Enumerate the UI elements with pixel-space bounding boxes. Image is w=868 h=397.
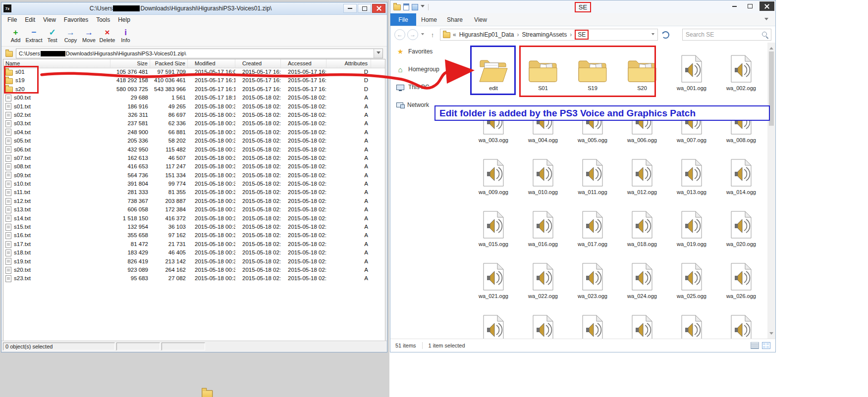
column-header-created[interactable]: Created — [235, 59, 281, 68]
file-item-wa_003[interactable]: wa_003.ogg — [469, 99, 518, 151]
qat-new-folder-icon[interactable] — [412, 4, 418, 10]
qat-customize-chevron-icon[interactable] — [421, 5, 425, 9]
file-item-wa_018[interactable]: wa_018.ogg — [617, 203, 667, 255]
table-row[interactable]: s10.txt391 80499 7742015-05-18 00:322015… — [3, 180, 385, 188]
tab-view[interactable]: View — [468, 13, 493, 26]
scrollbar-thumb[interactable] — [769, 51, 774, 126]
file-item-wa_017[interactable]: wa_017.ogg — [568, 203, 617, 255]
up-button[interactable] — [427, 29, 438, 40]
table-row[interactable]: s01.txt186 91649 2652015-05-18 00:322015… — [3, 102, 385, 111]
breadcrumb-item-se[interactable]: SE — [575, 30, 589, 40]
table-row[interactable]: s17.txt81 47221 7312015-05-18 00:322015-… — [3, 240, 385, 248]
table-row[interactable]: s16.txt355 65897 1622015-05-18 00:322015… — [3, 231, 385, 240]
table-row[interactable]: s20580 093 725543 383 9662015-05-17 16:1… — [3, 85, 385, 94]
recent-locations-chevron-icon[interactable] — [421, 33, 424, 36]
tab-share[interactable]: Share — [442, 13, 468, 26]
file-item-partial[interactable] — [716, 307, 766, 339]
file-item-wa_026[interactable]: wa_026.ogg — [716, 255, 766, 307]
view-details-icon[interactable] — [751, 342, 759, 349]
table-row[interactable]: s20.txt923 089264 1622015-05-18 00:32201… — [3, 266, 385, 274]
table-row[interactable]: s14.txt1 518 150416 3722015-05-18 00:322… — [3, 214, 385, 223]
table-row[interactable]: s13.txt606 058172 3842015-05-18 00:32201… — [3, 205, 385, 214]
file-item-partial[interactable] — [667, 307, 716, 339]
file-item-wa_009[interactable]: wa_009.ogg — [469, 151, 518, 203]
table-row[interactable]: s08.txt416 653117 2472015-05-18 00:32201… — [3, 162, 385, 171]
close-button[interactable] — [760, 1, 774, 11]
close-button[interactable] — [372, 4, 385, 13]
explorer-titlebar[interactable]: SE — [390, 0, 775, 13]
forward-button[interactable] — [407, 29, 418, 40]
table-row[interactable]: s19418 292 158410 036 4612015-05-17 16:1… — [3, 76, 385, 85]
7zip-titlebar[interactable]: 7z C:\UsersDownloads\Higurashi\Higurashi… — [1, 2, 387, 15]
scroll-down-icon[interactable] — [769, 332, 773, 337]
menu-item-help[interactable]: Help — [114, 15, 134, 24]
menu-item-view[interactable]: View — [39, 15, 60, 24]
file-item-wa_002[interactable]: wa_002.ogg — [716, 48, 766, 99]
table-row[interactable]: s03.txt237 58162 3362015-05-18 00:322015… — [3, 119, 385, 128]
table-row[interactable]: s04.txt248 90066 8812015-05-18 00:322015… — [3, 128, 385, 137]
table-row[interactable]: s12.txt738 367203 8872015-05-18 00:32201… — [3, 197, 385, 205]
file-item-wa_020[interactable]: wa_020.ogg — [716, 203, 766, 255]
tab-home[interactable]: Home — [416, 13, 442, 26]
file-item-wa_023[interactable]: wa_023.ogg — [568, 255, 617, 307]
file-item-wa_011[interactable]: wa_011.ogg — [568, 151, 617, 203]
column-header-name[interactable]: Name — [3, 59, 110, 68]
table-row[interactable]: s06.txt432 950115 4822015-05-18 00:32201… — [3, 146, 385, 154]
file-item-wa_006[interactable]: wa_006.ogg — [617, 99, 667, 151]
qat-properties-icon[interactable] — [403, 3, 409, 10]
file-item-wa_007[interactable]: wa_007.ogg — [667, 99, 716, 151]
menu-item-tools[interactable]: Tools — [92, 15, 114, 24]
file-item-wa_015[interactable]: wa_015.ogg — [469, 203, 518, 255]
file-item-wa_024[interactable]: wa_024.ogg — [617, 255, 667, 307]
file-item-wa_010[interactable]: wa_010.ogg — [518, 151, 568, 203]
address-bar[interactable]: «HigurashiEp01_Data›StreamingAssets›SE — [440, 29, 658, 41]
table-row[interactable]: s18.txt183 42946 4052015-05-18 00:322015… — [3, 248, 385, 257]
toolbar-add-button[interactable]: +Add — [6, 25, 25, 46]
file-item-partial[interactable] — [518, 307, 568, 339]
refresh-button[interactable] — [660, 29, 671, 41]
breadcrumb-item-higurashiep01_data[interactable]: HigurashiEp01_Data — [459, 31, 514, 38]
file-item-wa_021[interactable]: wa_021.ogg — [469, 255, 518, 307]
file-item-wa_008[interactable]: wa_008.ogg — [716, 99, 766, 151]
minimize-button[interactable] — [343, 4, 357, 13]
table-row[interactable]: s01105 376 48197 591 7092015-05-17 16:08… — [3, 68, 385, 76]
file-item-partial[interactable] — [469, 307, 518, 339]
file-item-wa_014[interactable]: wa_014.ogg — [716, 151, 766, 203]
table-row[interactable]: s00.txt29 6881 5612015-05-17 18:152015-0… — [3, 94, 385, 102]
file-item-wa_004[interactable]: wa_004.ogg — [518, 99, 568, 151]
file-item-partial[interactable] — [617, 307, 667, 339]
file-item-wa_013[interactable]: wa_013.ogg — [667, 151, 716, 203]
toolbar-move-button[interactable]: →Move — [80, 25, 98, 46]
column-header-packed-size[interactable]: Packed Size — [150, 59, 188, 68]
table-row[interactable]: s09.txt564 736151 3342015-05-18 00:32201… — [3, 171, 385, 180]
table-row[interactable]: s15.txt132 95436 1032015-05-18 00:322015… — [3, 223, 385, 231]
column-header-size[interactable]: Size — [110, 59, 150, 68]
table-row[interactable]: s07.txt162 61346 5072015-05-18 00:322015… — [3, 154, 385, 162]
table-row[interactable]: s02.txt326 31186 6972015-05-18 00:322015… — [3, 111, 385, 119]
sidebar-item-network[interactable]: Network — [390, 96, 469, 114]
column-header-attributes[interactable]: Attributes — [326, 59, 371, 68]
breadcrumb-item-streamingassets[interactable]: StreamingAssets — [522, 31, 567, 38]
search-input[interactable] — [683, 29, 771, 40]
menu-item-file[interactable]: File — [3, 15, 21, 24]
view-thumbnails-icon[interactable] — [762, 342, 770, 349]
file-item-wa_012[interactable]: wa_012.ogg — [617, 151, 667, 203]
vertical-scrollbar[interactable] — [767, 43, 775, 339]
folder-item-edit[interactable]: edit — [469, 48, 518, 99]
toolbar-copy-button[interactable]: →Copy — [61, 25, 80, 46]
file-item-wa_022[interactable]: wa_022.ogg — [518, 255, 568, 307]
maximize-button[interactable] — [358, 4, 371, 13]
toolbar-test-button[interactable]: ✓Test — [43, 25, 61, 46]
file-item-partial[interactable] — [568, 307, 617, 339]
column-header-modified[interactable]: Modified — [188, 59, 235, 68]
minimize-button[interactable] — [728, 1, 741, 11]
table-row[interactable]: s19.txt826 419213 1422015-05-18 00:32201… — [3, 257, 385, 266]
table-row[interactable]: s05.txt205 33658 2022015-05-18 00:322015… — [3, 137, 385, 145]
column-header-accessed[interactable]: Accessed — [281, 59, 326, 68]
toolbar-extract-button[interactable]: −Extract — [25, 25, 43, 46]
folder-item-s20[interactable]: S20 — [617, 48, 667, 99]
scroll-up-icon[interactable] — [769, 45, 773, 50]
sidebar-item-favorites[interactable]: Favorites — [390, 43, 469, 60]
address-dropdown-icon[interactable] — [651, 33, 654, 36]
toolbar-info-button[interactable]: iInfo — [116, 25, 135, 46]
